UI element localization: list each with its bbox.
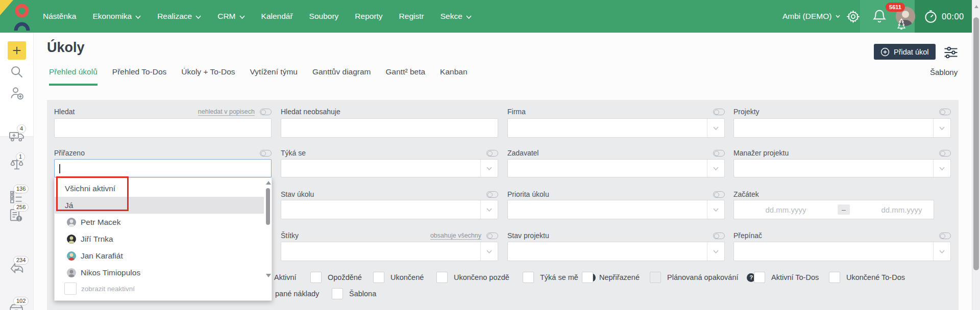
hledat-neobsahuje-input[interactable]: [281, 118, 498, 138]
toggle-off-icon[interactable]: [260, 150, 272, 157]
nav-label: CRM: [217, 12, 235, 21]
toggle-off-icon[interactable]: [486, 232, 498, 239]
checkbox-box[interactable]: [650, 272, 661, 283]
checkbox-ukoncene[interactable]: Ukončené: [373, 272, 424, 283]
toggle-off-icon[interactable]: [260, 109, 272, 115]
tyka-se-select[interactable]: [281, 159, 498, 177]
app-logo-icon[interactable]: [11, 3, 34, 31]
prirazeno-input-focused[interactable]: [54, 159, 272, 177]
toggle-off-icon[interactable]: [939, 150, 951, 157]
toggle-off-icon[interactable]: [713, 232, 725, 239]
stav-ukolu-select[interactable]: [281, 200, 498, 219]
toggle-off-icon[interactable]: [486, 191, 498, 198]
tab-vytizeni-tymu[interactable]: Vytížení týmu: [250, 67, 298, 86]
manazer-projektu-select[interactable]: [733, 159, 951, 177]
dropdown-person-jan-karafiat[interactable]: Jan Karafiát: [55, 247, 264, 264]
toggle-off-icon[interactable]: [713, 150, 725, 157]
tab-prehled-ukolu[interactable]: Přehled úkolů: [49, 67, 97, 86]
add-task-label: Přidat úkol: [894, 48, 929, 56]
link-obsahuje-vsechny[interactable]: obsahuje všechny: [430, 232, 481, 240]
nav-item-ekonomika[interactable]: Ekonomika: [92, 12, 141, 21]
tab-kanban[interactable]: Kanban: [440, 67, 467, 86]
date-from-input[interactable]: [734, 205, 838, 215]
checkbox-box[interactable]: [523, 272, 534, 283]
dropdown-option-vsichni-aktivni[interactable]: Všichni aktivní: [55, 180, 264, 197]
nav-item-crm[interactable]: CRM: [217, 12, 244, 21]
scroll-up-icon[interactable]: [974, 5, 978, 8]
settings-button[interactable]: [846, 0, 860, 33]
dropdown-option-ja[interactable]: Já: [55, 197, 264, 214]
checkbox-box[interactable]: [582, 272, 593, 283]
toggle-off-icon[interactable]: [713, 191, 725, 198]
nav-item-sekce[interactable]: Sekce: [440, 12, 472, 21]
zadavatel-select[interactable]: [507, 159, 725, 177]
add-task-button[interactable]: Přidat úkol: [874, 44, 936, 60]
plus-icon: [11, 45, 22, 56]
nav-item-soubory[interactable]: Soubory: [309, 12, 339, 21]
account-menu[interactable]: Ambi (DEMO): [782, 0, 840, 33]
page-scrollbar-thumb[interactable]: [973, 17, 979, 270]
checkbox-ukoncene-todos[interactable]: Ukončené To-Dos: [829, 272, 905, 283]
time-tracker[interactable]: 00:00: [915, 0, 980, 33]
checkbox-sablona[interactable]: Šablona: [332, 288, 376, 299]
checkbox-box[interactable]: [310, 272, 322, 283]
projekty-select[interactable]: [733, 118, 951, 138]
bell-icon[interactable]: [872, 9, 887, 24]
checkbox-naklady-partial: pané náklady: [275, 288, 319, 299]
nav-item-reporty[interactable]: Reporty: [355, 12, 382, 21]
checkbox-neprirazene[interactable]: Nepřiřazené: [582, 272, 640, 283]
view-settings-button[interactable]: [943, 45, 959, 60]
toggle-off-icon[interactable]: [713, 109, 725, 115]
left-sidebar: 4 1 136 256: [0, 33, 34, 310]
checkbox-aktivni-todos[interactable]: Aktivní To-Dos: [754, 272, 819, 283]
dropdown-person-petr-macek[interactable]: Petr Macek: [55, 214, 264, 230]
checkbox-planovana-opakovani[interactable]: Plánovaná opakování ?: [650, 272, 755, 283]
timer-icon: [924, 10, 938, 23]
tab-ukoly-todos[interactable]: Úkoly + To-Dos: [181, 67, 235, 86]
priorita-ukolu-select[interactable]: [507, 200, 725, 219]
add-quick-button[interactable]: [8, 41, 26, 60]
checkbox-box[interactable]: [373, 272, 384, 283]
search-button[interactable]: [10, 65, 24, 79]
checkbox-opozdene[interactable]: Opožděné: [310, 272, 362, 283]
show-inactive-option[interactable]: zobrazit neaktivní: [64, 282, 135, 295]
toggle-off-icon[interactable]: [486, 150, 498, 157]
tab-prehled-todos[interactable]: Přehled To-Dos: [112, 67, 167, 86]
dropdown-scrollbar-thumb[interactable]: [266, 188, 270, 225]
date-to-input[interactable]: [850, 205, 953, 215]
toggle-off-icon[interactable]: [939, 232, 951, 239]
scroll-down-icon[interactable]: [266, 274, 271, 277]
filter-label-priorita-ukolu: Priorita úkolu: [507, 190, 549, 198]
scroll-up-icon[interactable]: [266, 181, 271, 185]
nav-label: Ekonomika: [92, 12, 132, 21]
checkbox-aktivni[interactable]: Aktivní: [274, 272, 297, 283]
dropdown-person-jiri-trnka[interactable]: Jiří Trnka: [55, 230, 264, 247]
chevron-down-icon: [707, 160, 724, 177]
checkbox-ukonceno-pozde[interactable]: Ukončeno pozdě: [436, 272, 509, 283]
person-name: Nikos Timiopulos: [81, 268, 140, 277]
link-nehledat-v-popisech[interactable]: nehledat v popisech: [198, 108, 255, 116]
prepinac-select[interactable]: [733, 242, 951, 261]
stitky-select[interactable]: [281, 242, 498, 261]
nav-item-kalendar[interactable]: Kalendář: [261, 12, 293, 21]
nav-item-nastenka[interactable]: Nástěnka: [43, 12, 76, 21]
firma-select[interactable]: [507, 118, 725, 138]
add-person-button[interactable]: [9, 86, 24, 101]
tab-gantt2-beta[interactable]: Gantt² beta: [386, 67, 426, 86]
search-icon: [10, 65, 24, 79]
page-scrollbar[interactable]: [972, 0, 980, 310]
templates-link[interactable]: Šablony: [930, 68, 958, 76]
checkbox-box[interactable]: [436, 272, 448, 283]
stav-projektu-select[interactable]: [507, 242, 725, 261]
chevron-down-icon: [195, 15, 201, 19]
tab-ganttuv-diagram[interactable]: Ganttův diagram: [312, 67, 371, 86]
nav-item-realizace[interactable]: Realizace: [157, 12, 201, 21]
checkbox-box[interactable]: [754, 272, 765, 283]
checkbox-box[interactable]: [332, 288, 343, 299]
dropdown-person-nikos-timiopulos[interactable]: Nikos Timiopulos: [55, 264, 264, 281]
checkbox-box[interactable]: [829, 272, 840, 283]
toggle-off-icon[interactable]: [939, 109, 951, 115]
checkbox-box[interactable]: [64, 282, 77, 295]
nav-item-registr[interactable]: Registr: [399, 12, 424, 21]
hledat-input[interactable]: [54, 118, 272, 138]
